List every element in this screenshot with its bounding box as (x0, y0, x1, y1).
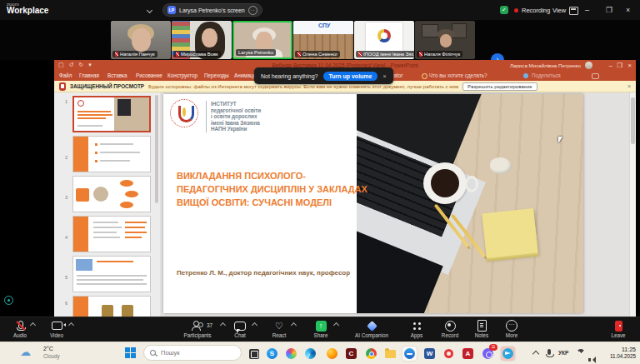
notes-icon (478, 320, 487, 332)
participant-tile[interactable]: СПУ Олена Семеног (293, 21, 353, 59)
enable-editing-button[interactable]: Разрешить редактирование (462, 82, 538, 91)
app-viber-icon[interactable]: 11 (481, 347, 495, 361)
close-button[interactable]: × (626, 5, 630, 15)
notes-button[interactable]: Notes (467, 320, 497, 338)
app-skype-icon[interactable]: S (265, 347, 279, 361)
tab-transitions[interactable]: Переходы (204, 72, 229, 78)
comments-icon[interactable] (592, 73, 599, 79)
institute-logo (170, 99, 198, 127)
react-button[interactable]: ♡ React (262, 320, 296, 338)
chat-button[interactable]: Chat (223, 320, 257, 338)
ppt-user-avatar[interactable] (585, 62, 592, 69)
file-explorer-icon[interactable] (383, 347, 398, 361)
participant-tile[interactable]: Мирослава Вовк (172, 21, 232, 59)
app-word-icon[interactable]: W (422, 347, 437, 361)
brand-workplace: Workplace (7, 7, 48, 15)
weather-temp[interactable]: 2°C (43, 346, 53, 352)
task-view-button[interactable] (247, 347, 261, 361)
pill-more-icon[interactable]: ··· (248, 6, 258, 15)
weather-cloud-icon[interactable]: ☁ (20, 345, 31, 360)
zoom-brand: zoom Workplace (7, 2, 48, 15)
participant-tile[interactable]: Наталія Панчук (111, 21, 171, 59)
thumb-number: 5 (59, 275, 68, 280)
app-telegram-icon[interactable] (501, 347, 515, 361)
app-acrobat-icon[interactable]: A (461, 347, 475, 361)
audio-button[interactable]: Audio (3, 320, 37, 338)
muted-mic-icon (115, 52, 118, 57)
leave-button[interactable]: Leave (602, 320, 635, 338)
panel-scrollbar[interactable] (155, 95, 158, 203)
muted-mic-icon (419, 52, 422, 57)
view-button[interactable]: View (552, 7, 566, 14)
powerpoint-window: ▢ ↺ ↻ ▾ Вебінар Виставка 11.04.2025 [Pro… (54, 60, 636, 317)
ppt-share-button[interactable]: Поделиться (532, 72, 561, 78)
tab-home[interactable]: Главная (79, 72, 99, 78)
tray-clock[interactable]: 11:25 11.04.2025 (610, 346, 636, 360)
tab-design[interactable]: Конструктор (168, 72, 198, 78)
notification-close-icon[interactable]: × (382, 73, 386, 79)
screen: zoom Workplace Meeting LP Larysa Petrenk… (0, 0, 640, 364)
slide-thumbnail-5[interactable] (72, 256, 151, 292)
slide-author: Петренко Л. М., доктор педагогічних наук… (177, 268, 375, 277)
search-input[interactable] (159, 348, 238, 357)
shared-screen-pill[interactable]: LP Larysa Petrenko's screen ··· (162, 3, 262, 17)
maximize-button[interactable]: ❐ (606, 5, 612, 15)
taskbar-search[interactable] (143, 345, 242, 361)
slide-thumbnail-6[interactable] (72, 296, 151, 317)
participants-icon (192, 321, 203, 331)
apps-button[interactable]: Apps (402, 320, 432, 338)
slide-thumbnail-4[interactable] (72, 216, 151, 252)
minimize-button[interactable]: – (585, 5, 589, 15)
tray-mic-icon[interactable] (548, 349, 551, 355)
participant-tile-active-speaker[interactable]: Larysa Petrenko (232, 21, 292, 59)
participant-tile[interactable]: Наталя Філіпчук (415, 21, 475, 59)
app-chrome-icon[interactable] (364, 347, 378, 361)
more-icon: ··· (506, 320, 518, 332)
view-grid-icon[interactable] (569, 7, 578, 15)
participant-tile[interactable]: ІПООД імені Івана Зяз... (354, 21, 414, 59)
ppt-minimize-button[interactable]: – (609, 62, 612, 69)
sticky-notes (482, 208, 538, 258)
language-indicator[interactable]: УКР (558, 350, 568, 356)
slide-thumbnail-panel: 1 2 3 (54, 92, 160, 317)
muted-mic-icon (176, 52, 179, 57)
tab-insert[interactable]: Вставка (108, 72, 127, 78)
turn-up-volume-button[interactable]: Turn up volume (323, 72, 378, 81)
wifi-icon[interactable] (577, 349, 585, 357)
participants-button[interactable]: 37 Participants (173, 320, 222, 338)
app-darkred-icon[interactable]: C (344, 347, 358, 361)
protected-bar-close-icon[interactable]: × (628, 83, 631, 89)
brand-chevron-down-icon[interactable] (147, 7, 152, 13)
app-blue-circle-icon[interactable] (402, 347, 417, 361)
annotation-pencil-icon[interactable] (4, 296, 13, 305)
document-scrollbar[interactable] (629, 92, 636, 317)
tab-draw[interactable]: Рисование (136, 72, 162, 78)
tell-me-box[interactable]: Что вы хотите сделать? (429, 72, 488, 78)
volume-icon[interactable] (588, 356, 596, 363)
ppt-restore-button[interactable]: ❐ (617, 62, 622, 69)
share-screen-icon: ↑ (316, 321, 327, 332)
more-button[interactable]: ··· More (497, 320, 527, 338)
app-photos-icon[interactable] (284, 347, 298, 361)
thumb-number: 1 (59, 99, 68, 104)
slide-thumbnail-3[interactable] (72, 176, 151, 212)
share-button[interactable]: ↑ Share (303, 320, 338, 338)
slide-title: ВИКЛАДАННЯ ПСИХОЛОГО- ПЕДАГОГІЧНИХ ДИСЦИ… (177, 169, 393, 209)
camera-icon (52, 322, 62, 330)
tray-chevron-icon[interactable] (532, 351, 539, 357)
thumb-number: 3 (59, 195, 68, 200)
weather-condition[interactable]: Cloudy (43, 353, 60, 359)
app-opera-icon[interactable] (442, 347, 456, 361)
video-button[interactable]: Video (40, 320, 73, 338)
slide-thumbnail-1[interactable] (72, 96, 151, 132)
protected-view-message: Будьте осторожны: файлы из Интернета мог… (148, 84, 458, 89)
app-edge-icon[interactable] (303, 347, 318, 361)
participant-name-badge: Наталія Панчук (112, 51, 158, 57)
ai-companion-button[interactable]: AI Companion (345, 320, 398, 338)
slide-thumbnail-2[interactable] (72, 136, 151, 172)
app-firefox-icon[interactable] (325, 347, 339, 361)
ppt-close-button[interactable]: × (628, 62, 632, 69)
record-button[interactable]: Record (433, 320, 467, 338)
tab-file[interactable]: Файл (59, 72, 72, 78)
windows-start-button[interactable] (125, 347, 136, 358)
